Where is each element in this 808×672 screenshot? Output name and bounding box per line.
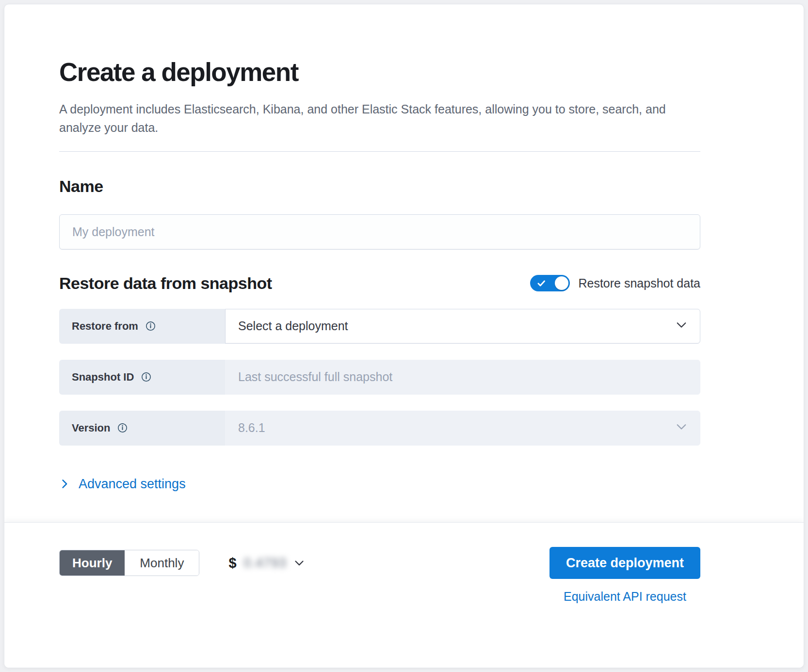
snapshot-heading: Restore data from snapshot xyxy=(59,274,272,293)
snapshot-id-label-text: Snapshot ID xyxy=(72,371,134,384)
main-content: Create a deployment A deployment include… xyxy=(4,4,804,522)
toggle-label: Restore snapshot data xyxy=(578,276,700,290)
name-heading: Name xyxy=(59,177,700,196)
advanced-settings-link[interactable]: Advanced settings xyxy=(59,477,186,492)
footer-actions: Create deployment Equivalent API request xyxy=(549,547,700,604)
restore-from-label-text: Restore from xyxy=(72,320,138,333)
restore-snapshot-toggle-group: Restore snapshot data xyxy=(530,275,700,291)
chevron-right-icon xyxy=(59,479,70,489)
create-deployment-card: Create a deployment A deployment include… xyxy=(4,4,804,668)
snapshot-id-label: Snapshot ID xyxy=(59,360,225,395)
version-label-text: Version xyxy=(72,422,110,434)
page-subtitle: A deployment includes Elasticsearch, Kib… xyxy=(59,100,673,137)
monthly-button[interactable]: Monthly xyxy=(125,550,199,576)
toggle-knob xyxy=(555,276,568,290)
chevron-down-icon xyxy=(676,319,687,334)
restore-snapshot-toggle[interactable] xyxy=(530,275,570,291)
create-deployment-button[interactable]: Create deployment xyxy=(549,547,700,579)
snapshot-section-header: Restore data from snapshot Restore snaps… xyxy=(59,274,700,293)
chevron-down-icon xyxy=(294,558,305,568)
restore-from-row: Restore from Select a deployment xyxy=(59,309,700,344)
check-icon xyxy=(536,278,547,288)
snapshot-id-placeholder: Last successful full snapshot xyxy=(238,370,392,384)
snapshot-id-row: Snapshot ID Last successful full snapsho… xyxy=(59,360,700,395)
price-dropdown[interactable]: $ 0.4793 xyxy=(228,555,305,571)
equivalent-api-request-link[interactable]: Equivalent API request xyxy=(564,590,686,604)
version-row: Version 8.6.1 xyxy=(59,411,700,446)
page-title: Create a deployment xyxy=(59,58,700,87)
billing-interval-toggle: Hourly Monthly xyxy=(59,550,199,576)
version-value: 8.6.1 xyxy=(238,421,265,435)
info-icon[interactable] xyxy=(141,372,151,382)
info-icon[interactable] xyxy=(117,423,128,433)
chevron-down-icon xyxy=(676,421,687,435)
bottom-bar: Hourly Monthly $ 0.4793 Create deploymen… xyxy=(4,522,804,668)
restore-from-label: Restore from xyxy=(59,309,225,344)
advanced-settings-label: Advanced settings xyxy=(79,477,186,492)
restore-from-value: Select a deployment xyxy=(238,319,348,333)
version-label: Version xyxy=(59,411,225,446)
snapshot-id-input: Last successful full snapshot xyxy=(225,360,700,395)
price-currency: $ xyxy=(228,555,236,571)
info-icon[interactable] xyxy=(145,321,156,331)
billing-cluster: Hourly Monthly $ 0.4793 xyxy=(59,547,305,579)
price-amount-blurred: 0.4793 xyxy=(244,556,287,571)
deployment-name-input[interactable] xyxy=(59,214,700,250)
divider xyxy=(59,151,700,152)
hourly-button[interactable]: Hourly xyxy=(60,550,125,576)
restore-from-select[interactable]: Select a deployment xyxy=(225,309,700,344)
version-select: 8.6.1 xyxy=(225,411,700,446)
